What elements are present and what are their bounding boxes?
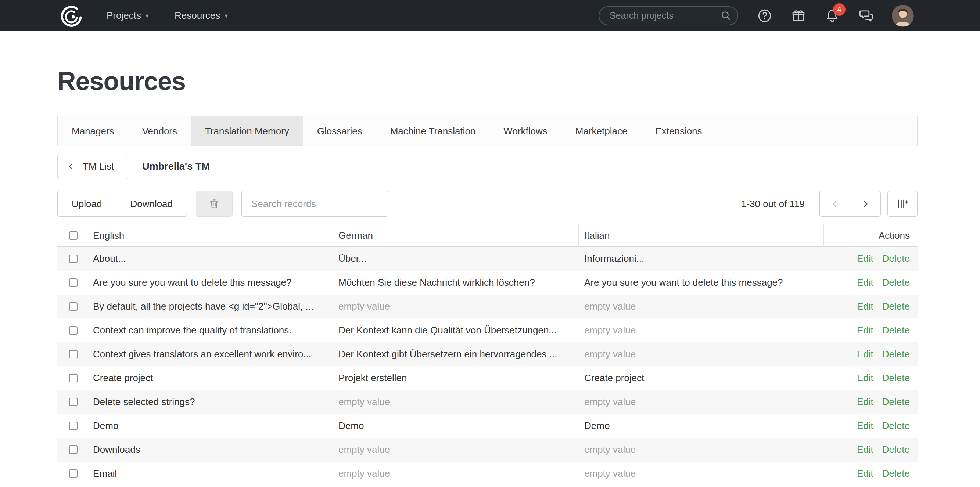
page-content: Resources ManagersVendorsTranslation Mem… [57,67,918,485]
cell-english: Demo [88,414,333,438]
row-checkbox[interactable] [69,374,78,382]
gifts-button[interactable] [791,8,807,24]
row-checkbox[interactable] [69,398,78,406]
delete-link[interactable]: Delete [882,444,910,455]
edit-link[interactable]: Edit [857,420,873,431]
edit-link[interactable]: Edit [857,277,873,288]
cell-italian: empty value [579,295,824,319]
row-checkbox-cell [57,438,88,462]
tab-translation-memory[interactable]: Translation Memory [191,116,303,146]
tab-machine-translation[interactable]: Machine Translation [376,116,490,146]
row-checkbox-cell [57,342,88,366]
tab-glossaries[interactable]: Glossaries [303,116,376,146]
delete-link[interactable]: Delete [882,253,910,265]
delete-link[interactable]: Delete [882,420,910,431]
gift-icon [791,8,806,24]
chat-icon [858,8,874,24]
help-icon [757,8,772,24]
row-checkbox[interactable] [69,254,78,263]
notification-badge: 4 [833,3,845,16]
delete-link[interactable]: Delete [882,301,910,312]
notifications-button[interactable]: 4 [824,8,840,24]
avatar-image [892,5,914,27]
cell-german: empty value [333,390,579,414]
chevron-left-icon [67,162,75,171]
edit-link[interactable]: Edit [857,253,873,265]
edit-link[interactable]: Edit [857,325,873,336]
row-checkbox[interactable] [69,470,78,478]
row-checkbox[interactable] [69,446,78,454]
column-header-english: English [88,224,333,246]
edit-link[interactable]: Edit [857,349,873,360]
edit-link[interactable]: Edit [857,301,873,312]
tm-list-back-button[interactable]: TM List [57,154,128,179]
cell-actions: EditDelete [824,295,918,319]
messages-button[interactable] [858,8,874,24]
table-row: About...Über...Informazioni...EditDelete [57,247,918,271]
main-menu: Projects ▾ Resources ▾ [107,10,228,21]
search-icon[interactable] [721,10,732,23]
navbar-icons: 4 [757,8,874,24]
delete-link[interactable]: Delete [882,373,910,384]
delete-link[interactable]: Delete [882,396,910,408]
row-checkbox-cell [57,247,88,271]
select-all-checkbox[interactable] [69,232,78,240]
edit-link[interactable]: Edit [857,396,873,408]
search-records-input[interactable] [242,191,388,217]
delete-link[interactable]: Delete [882,325,910,336]
cell-english: By default, all the projects have <g id=… [88,295,333,319]
table-row: DemoDemoDemoEditDelete [57,414,918,438]
next-page-button[interactable] [850,191,881,217]
page-title: Resources [57,67,918,96]
chevron-down-icon: ▾ [224,12,228,20]
row-checkbox[interactable] [69,326,78,335]
cell-english: Are you sure you want to delete this mes… [88,271,333,295]
delete-link[interactable]: Delete [882,277,910,288]
tab-managers[interactable]: Managers [58,116,128,146]
help-button[interactable] [757,8,773,24]
table-row: Are you sure you want to delete this mes… [57,271,918,295]
delete-link[interactable]: Delete [882,468,910,479]
project-search [598,6,738,25]
row-checkbox[interactable] [69,302,78,311]
menu-projects-label: Projects [107,10,141,21]
cell-german: Demo [333,414,579,438]
menu-resources[interactable]: Resources ▾ [175,10,228,21]
search-input[interactable] [598,6,738,25]
previous-page-button[interactable] [819,191,850,217]
edit-link[interactable]: Edit [857,444,873,455]
upload-button[interactable]: Upload [57,191,116,217]
delete-selected-wrap [196,191,232,217]
tab-marketplace[interactable]: Marketplace [562,116,641,146]
table-row: Emailempty valueempty valueEditDelete [57,462,918,485]
pagination-range: 1-30 out of 119 [741,198,805,210]
tab-workflows[interactable]: Workflows [490,116,561,146]
header-checkbox-cell [57,224,88,246]
cell-italian: empty value [579,342,824,366]
logo-icon [58,3,84,29]
row-checkbox[interactable] [69,422,78,430]
toolbar-right: 1-30 out of 119 [741,191,918,217]
configure-columns-button[interactable] [888,191,918,217]
cell-german: Möchten Sie diese Nachricht wirklich lös… [333,271,579,295]
chevron-down-icon: ▾ [145,12,149,20]
cell-english: About... [88,247,333,271]
tab-extensions[interactable]: Extensions [641,116,716,146]
crowdin-logo[interactable] [57,2,85,30]
cell-italian: Are you sure you want to delete this mes… [579,271,824,295]
top-navbar: Projects ▾ Resources ▾ [0,0,980,31]
user-avatar[interactable] [892,5,914,27]
delete-link[interactable]: Delete [882,349,910,360]
menu-projects[interactable]: Projects ▾ [107,10,149,21]
row-checkbox[interactable] [69,350,78,359]
cell-actions: EditDelete [824,319,918,342]
cell-actions: EditDelete [824,342,918,366]
cell-italian: Informazioni... [579,247,824,271]
tab-vendors[interactable]: Vendors [128,116,191,146]
edit-link[interactable]: Edit [857,373,873,384]
cell-actions: EditDelete [824,247,918,271]
edit-link[interactable]: Edit [857,468,873,479]
row-checkbox[interactable] [69,278,78,287]
download-button[interactable]: Download [116,191,187,217]
delete-selected-button[interactable] [196,191,232,217]
